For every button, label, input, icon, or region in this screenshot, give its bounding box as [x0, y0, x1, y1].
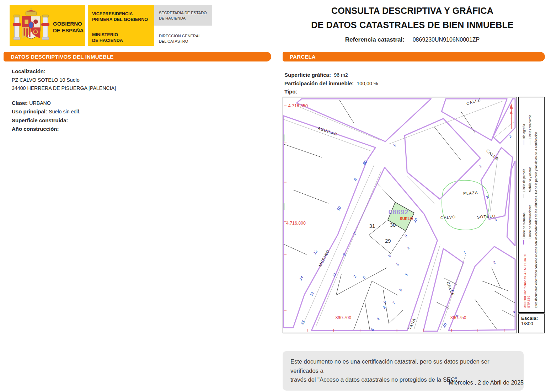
logo-ministerio-text: MINISTERIO DE HACIENDA: [92, 32, 123, 44]
anio-label: Año construcción:: [12, 126, 59, 132]
title-line-1: CONSULTA DESCRIPTIVA Y GRÁFICA: [304, 6, 521, 16]
legend-marker-icon: [523, 240, 524, 245]
spain-coat-of-arms-icon: [12, 7, 50, 43]
legend-item-label: Mobiliario y aceras: [528, 167, 532, 192]
legend-footer-text: Este documento electrónico contiene anex…: [534, 101, 538, 308]
legend-item-label: Límite zona verde: [528, 115, 532, 139]
map-legend-sidebar: 390.800 Coordenadas U.TM. Huso 30 ETRS89…: [518, 97, 545, 313]
svg-text:N: N: [510, 117, 513, 119]
reference-label: Referencia catastral:: [345, 36, 405, 43]
svg-text:1: 1: [462, 250, 467, 255]
legend-item: Límite zona verde: [528, 101, 532, 145]
scale-box: Escala: 1/800: [518, 313, 545, 333]
legend-rotated-content: 390.800 Coordenadas U.TM. Huso 30 ETRS89…: [520, 99, 543, 311]
logo-secretaria-text: SECRETARÍA DE ESTADO DE HACIENDA: [159, 10, 207, 21]
property-data-panel: Localización: PZ CALVO SOTELO 10 Suelo 3…: [12, 68, 268, 135]
legend-item-label: Límite de parcela: [522, 169, 526, 192]
section-header-parcela: PARCELA: [283, 52, 545, 61]
legend-marker-icon: [524, 194, 524, 198]
document-title: CONSULTA DESCRIPTIVA Y GRÁFICA DE DATOS …: [304, 6, 521, 43]
legend-item-label: Hidrografía: [522, 124, 526, 139]
legend-item-label: Límite de construcciones: [528, 205, 532, 238]
legend-item: Límite de manzana: [522, 200, 526, 245]
section-header-datos: DATOS DESCRIPTIVOS DEL INMUEBLE: [4, 52, 271, 61]
legend-item-label: Límite de manzana: [522, 213, 526, 238]
reference-value: 0869230UN9106N0001ZP: [413, 37, 480, 43]
superficie-grafica-value: 96 m2: [334, 72, 348, 78]
legend-items: Límite de manzanaLímite de parcelaHidrog…: [521, 101, 533, 245]
svg-text:SUELO: SUELO: [400, 216, 413, 221]
parcela-data-panel: Superficie gráfica: 96 m2 Participación …: [284, 72, 533, 97]
svg-text:390.750: 390.750: [450, 315, 466, 320]
svg-text:5: 5: [392, 143, 397, 147]
superficie-grafica-label: Superficie gráfica:: [284, 72, 331, 78]
svg-text:2: 2: [507, 134, 512, 139]
participacion-label: Participación del inmueble:: [284, 80, 354, 86]
localizacion-address: PZ CALVO SOTELO 10 Suelo: [12, 77, 268, 83]
svg-text:29: 29: [385, 238, 391, 244]
government-logo: GOBIERNO DE ESPAÑA VICEPRESIDENCIA PRIME…: [10, 5, 212, 46]
svg-text:PLAZA: PLAZA: [463, 190, 478, 195]
participacion-value: 100,00 %: [357, 81, 378, 86]
svg-text:31: 31: [369, 223, 375, 229]
uso-value: Suelo sin edif.: [49, 109, 80, 114]
svg-text:10: 10: [442, 322, 448, 328]
uso-label: Uso principal:: [12, 108, 47, 114]
logo-vicepresidencia-text: VICEPRESIDENCIA PRIMERA DEL GOBIERNO: [92, 11, 148, 23]
tipo-label: Tipo:: [284, 88, 297, 95]
legend-item: Límite de parcela: [522, 147, 526, 198]
cadastral-document: GOBIERNO DE ESPAÑA VICEPRESIDENCIA PRIME…: [0, 0, 551, 392]
clase-value: URBANO: [29, 100, 51, 106]
cadastral-reference: Referencia catastral: 0869230UN9106N0001…: [304, 36, 521, 43]
svg-text:390.700: 390.700: [335, 315, 351, 320]
localizacion-city: 34400 HERRERA DE PISUERGA [PALENCIA]: [12, 85, 268, 91]
scale-value: 1/800: [521, 321, 544, 326]
svg-text:4.716.800: 4.716.800: [286, 221, 306, 226]
svg-text:1: 1: [478, 164, 483, 168]
legend-marker-icon: [524, 140, 524, 145]
logo-direccion-text: DIRECCIÓN GENERAL DEL CATASTRO: [159, 33, 200, 44]
disclaimer-line-1: Este documento no es una certificación c…: [290, 358, 490, 374]
cadastral-map: N AGUILARCALLECALLEPLAZACALVOSOTELOMERIN…: [283, 97, 517, 333]
localizacion-label: Localización:: [12, 68, 46, 74]
legend-marker-icon: [530, 140, 530, 145]
legend-coords-text: 390.800 Coordenadas U.TM. Huso 30 ETRS89: [523, 245, 531, 308]
svg-text:30: 30: [390, 222, 396, 228]
legend-marker-icon: [530, 194, 530, 198]
svg-text:13: 13: [309, 291, 315, 297]
svg-text:CALVO: CALVO: [440, 215, 456, 220]
legend-item: Límite de construcciones: [528, 200, 532, 245]
legend-item: Mobiliario y aceras: [528, 147, 532, 198]
document-date: Miércoles , 2 de Abril de 2025: [355, 380, 524, 386]
logo-gobierno-text: GOBIERNO DE ESPAÑA: [53, 21, 84, 34]
svg-text:4.716.850: 4.716.850: [288, 103, 308, 108]
legend-marker-icon: [530, 240, 530, 245]
superficie-construida-label: Superficie construida:: [12, 117, 68, 123]
svg-text:08692: 08692: [389, 208, 409, 216]
scale-label: Escala:: [521, 316, 544, 321]
clase-label: Clase:: [12, 100, 28, 106]
title-line-2: DE DATOS CATASTRALES DE BIEN INMUEBLE: [304, 20, 521, 30]
legend-item: Hidrografía: [522, 101, 526, 145]
